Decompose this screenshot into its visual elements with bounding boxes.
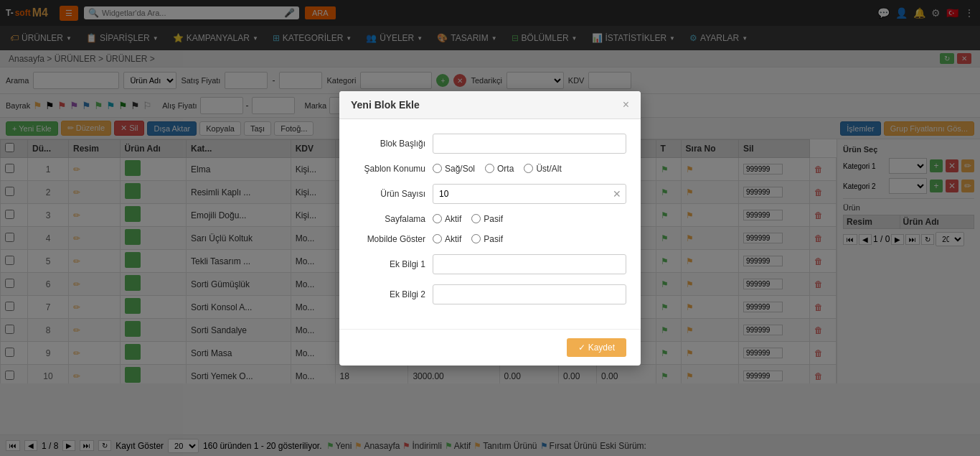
mobilde-aktif[interactable]: Aktif	[433, 234, 461, 244]
sablon-konumu-row: Şablon Konumu Sağ/Sol Orta Üst/Alt	[354, 164, 626, 174]
sablon-orta[interactable]: Orta	[485, 164, 514, 174]
ek-bilgi1-row: Ek Bilgi 1	[354, 254, 626, 274]
sablon-sag-sol[interactable]: Sağ/Sol	[433, 164, 475, 174]
sayfalama-pasif[interactable]: Pasif	[471, 214, 503, 224]
modal-overlay: Yeni Blok Ekle × Blok Başlığı Şablon Kon…	[0, 0, 980, 383]
sayfalama-radio-group: Aktif Pasif	[433, 214, 626, 224]
modal-close-button[interactable]: ×	[623, 98, 629, 111]
sayfalama-aktif[interactable]: Aktif	[433, 214, 461, 224]
blok-baslik-row: Blok Başlığı	[354, 134, 626, 154]
urun-sayisi-field: ✕	[433, 184, 626, 204]
ek-bilgi2-row: Ek Bilgi 2	[354, 284, 626, 304]
sayfalama-row: Sayfalama Aktif Pasif	[354, 214, 626, 224]
modal-dialog: Yeni Blok Ekle × Blok Başlığı Şablon Kon…	[339, 91, 641, 366]
urun-sayisi-row: Ürün Sayısı ✕	[354, 184, 626, 204]
mobilde-goster-row: Mobilde Göster Aktif Pasif	[354, 234, 626, 244]
save-button[interactable]: ✓ Kaydet	[567, 338, 626, 357]
blok-baslik-label: Blok Başlığı	[354, 139, 425, 149]
urun-sayisi-label: Ürün Sayısı	[354, 189, 425, 199]
sayfalama-label: Sayfalama	[354, 214, 425, 224]
ek-bilgi2-input[interactable]	[433, 284, 626, 304]
modal-body: Blok Başlığı Şablon Konumu Sağ/Sol Orta …	[339, 119, 641, 329]
ek-bilgi2-label: Ek Bilgi 2	[354, 289, 425, 299]
modal-header: Yeni Blok Ekle ×	[339, 91, 641, 119]
ek-bilgi1-label: Ek Bilgi 1	[354, 259, 425, 269]
sablon-radio-group: Sağ/Sol Orta Üst/Alt	[433, 164, 626, 174]
sablon-konumu-label: Şablon Konumu	[354, 164, 425, 174]
mobilde-radio-group: Aktif Pasif	[433, 234, 626, 244]
urun-sayisi-input[interactable]	[433, 189, 608, 199]
sablon-ust-alt[interactable]: Üst/Alt	[524, 164, 561, 174]
urun-sayisi-clear-button[interactable]: ✕	[608, 188, 626, 200]
modal-footer: ✓ Kaydet	[339, 329, 641, 366]
mobilde-pasif[interactable]: Pasif	[471, 234, 503, 244]
mobilde-goster-label: Mobilde Göster	[354, 234, 425, 244]
modal-title: Yeni Blok Ekle	[351, 99, 420, 111]
ek-bilgi1-input[interactable]	[433, 254, 626, 274]
blok-baslik-input[interactable]	[433, 134, 626, 154]
